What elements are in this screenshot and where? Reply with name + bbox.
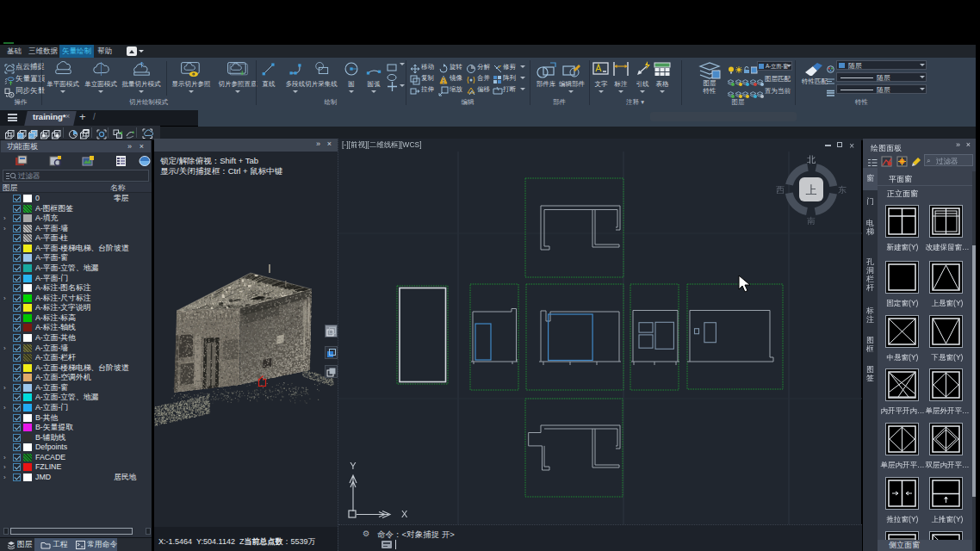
- svg-text:北: 北: [807, 155, 816, 164]
- svg-text:南: 南: [807, 216, 816, 226]
- svg-text:东: 东: [838, 185, 847, 195]
- svg-text:X: X: [401, 509, 408, 519]
- svg-text:Y: Y: [350, 461, 357, 471]
- svg-text:上: 上: [806, 183, 817, 196]
- svg-text:西: 西: [776, 185, 785, 195]
